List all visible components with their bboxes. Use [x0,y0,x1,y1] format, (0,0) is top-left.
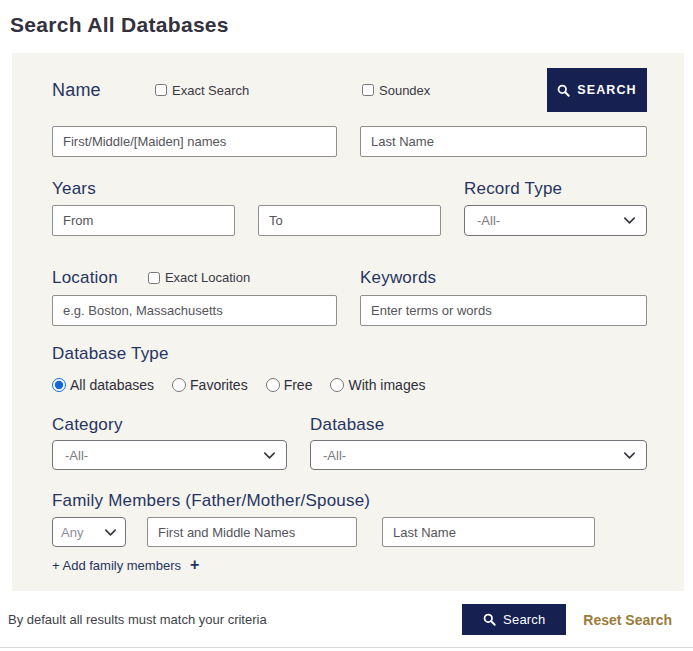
keywords-input[interactable] [360,295,647,326]
favorites-label: Favorites [190,377,248,393]
bottom-divider [0,647,693,648]
soundex-checkbox[interactable] [362,84,374,96]
all-databases-label: All databases [70,377,154,393]
category-select-value: -All- [65,448,88,463]
exact-location-checkbox[interactable] [148,272,160,284]
footer-row: By default all results must match your c… [8,604,672,635]
years-record-type-grid: Years Record Type -All- [52,179,647,236]
soundex-label: Soundex [379,83,430,98]
name-row: Name Exact Search Soundex SEARCH [52,68,647,112]
family-first-middle-input[interactable] [147,517,357,547]
radio-favorites[interactable]: Favorites [172,377,248,393]
keywords-section-label: Keywords [360,268,436,288]
exact-search-label: Exact Search [172,83,249,98]
record-type-select-value: -All- [477,213,500,228]
name-section-label: Name [52,80,155,101]
category-section-label: Category [52,415,287,435]
radio-with-images[interactable]: With images [330,377,425,393]
add-family-members-label: + Add family members [52,558,181,573]
family-members-row: Any [52,517,647,547]
chevron-down-icon [622,448,637,463]
search-form-panel: Name Exact Search Soundex SEARCH Years R… [12,53,684,591]
name-inputs-row [52,126,647,157]
record-type-section-label: Record Type [464,179,647,205]
plus-icon: + [190,556,199,574]
record-type-select[interactable]: -All- [464,205,647,236]
database-type-section-label: Database Type [52,344,647,364]
category-database-grid: Category Database -All- -All- [52,415,647,470]
search-icon [557,84,570,97]
search-button-top[interactable]: SEARCH [547,68,647,112]
search-button-top-label: SEARCH [577,83,636,97]
radio-free[interactable]: Free [266,377,313,393]
category-select[interactable]: -All- [52,440,287,470]
years-from-input[interactable] [52,205,235,236]
free-radio[interactable] [266,378,280,392]
radio-all-databases[interactable]: All databases [52,377,154,393]
exact-location-label: Exact Location [165,270,250,285]
free-label: Free [284,377,313,393]
with-images-label: With images [348,377,425,393]
search-icon [483,613,496,626]
database-type-radio-row: All databases Favorites Free With images [52,377,647,393]
page-title: Search All Databases [0,0,693,37]
exact-search-checkbox-group[interactable]: Exact Search [155,83,362,98]
database-select[interactable]: -All- [310,440,647,470]
with-images-radio[interactable] [330,378,344,392]
search-button-bottom-label: Search [503,612,545,627]
family-last-name-input[interactable] [382,517,595,547]
footer-note: By default all results must match your c… [8,612,462,627]
keywords-label-row: Keywords [360,260,647,295]
reset-search-link[interactable]: Reset Search [583,612,672,628]
location-keywords-grid: Location Exact Location Keywords [52,260,647,326]
chevron-down-icon [622,213,637,228]
location-input[interactable] [52,295,337,326]
years-section-label: Years [52,179,441,205]
database-select-value: -All- [323,448,346,463]
chevron-down-icon [103,525,118,540]
family-relation-select-value: Any [61,525,83,540]
family-members-section-label: Family Members (Father/Mother/Spouse) [52,491,647,511]
last-name-input[interactable] [360,126,647,157]
exact-search-checkbox[interactable] [155,84,167,96]
soundex-checkbox-group[interactable]: Soundex [362,83,430,98]
first-middle-names-input[interactable] [52,126,337,157]
add-family-members-link[interactable]: + Add family members + [52,556,199,574]
all-databases-radio[interactable] [52,378,66,392]
search-button-bottom[interactable]: Search [462,604,566,635]
favorites-radio[interactable] [172,378,186,392]
database-section-label: Database [310,415,647,435]
years-to-input[interactable] [258,205,441,236]
location-label-row: Location Exact Location [52,260,337,295]
location-section-label: Location [52,268,118,288]
family-relation-select[interactable]: Any [52,517,126,547]
chevron-down-icon [262,448,277,463]
exact-location-checkbox-group[interactable]: Exact Location [148,270,250,285]
